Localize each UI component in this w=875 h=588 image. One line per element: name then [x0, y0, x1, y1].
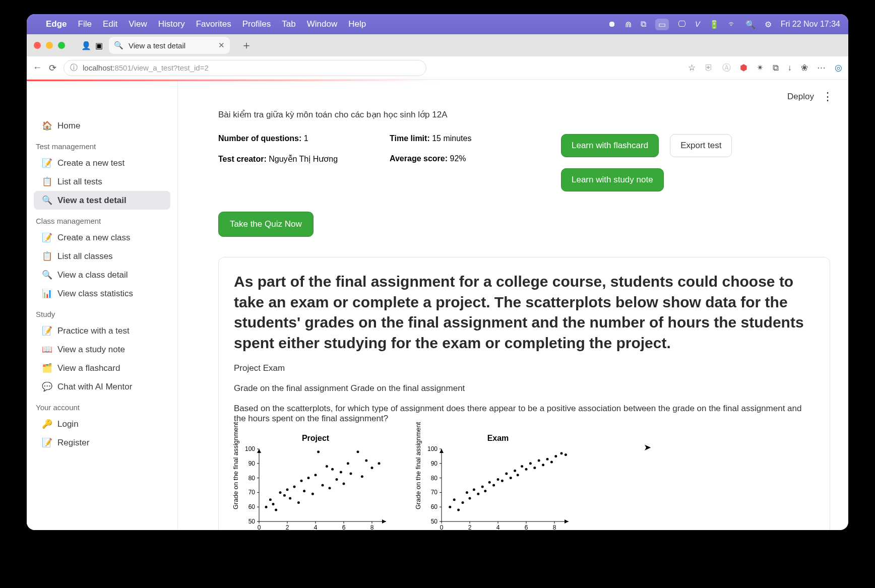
window-maximize-button[interactable] [58, 42, 65, 49]
svg-text:2: 2 [468, 524, 472, 530]
sidebar-item[interactable]: 📖View a study note [34, 340, 170, 359]
take-quiz-button[interactable]: Take the Quiz Now [218, 212, 314, 237]
svg-point-108 [554, 455, 557, 458]
battery-icon[interactable]: 🔋 [709, 20, 719, 29]
menu-help[interactable]: Help [348, 19, 366, 29]
menu-history[interactable]: History [158, 19, 185, 29]
svg-point-43 [326, 465, 328, 468]
svg-text:90: 90 [248, 460, 256, 467]
chart-ylabel: Grade on the final assignment [232, 419, 239, 509]
svg-text:70: 70 [248, 489, 256, 496]
sidebar-item-label: View class statistics [57, 289, 133, 299]
sidebar-item[interactable]: 🔍View a test detail [34, 191, 170, 210]
sidebar-item-icon: 📝 [42, 325, 52, 336]
shield-icon[interactable]: ⛨ [705, 63, 713, 73]
learn-flashcard-button[interactable]: Learn with flashcard [561, 134, 659, 157]
sidebar-item-icon: 📖 [42, 344, 52, 355]
svg-point-85 [462, 501, 464, 504]
workspaces-icon[interactable]: ▣ [95, 41, 103, 50]
browser-tab[interactable]: 🔍 View a test detail ✕ [109, 37, 230, 54]
deploy-button[interactable]: Deploy [787, 92, 814, 102]
sidebar-item[interactable]: 📝Practice with a test [34, 321, 170, 340]
svg-point-28 [272, 503, 275, 505]
svg-point-27 [269, 498, 272, 501]
menu-app-name[interactable]: Edge [46, 19, 67, 29]
menu-file[interactable]: File [78, 19, 92, 29]
record-icon[interactable]: ⏺ [608, 20, 616, 29]
spotlight-icon[interactable]: 🔍 [745, 20, 756, 29]
extensions-icon[interactable]: ✴︎ [757, 62, 764, 73]
split-screen-icon[interactable]: ⧉ [773, 63, 779, 73]
collections-icon[interactable]: ❀ [801, 62, 808, 73]
svg-point-44 [329, 487, 331, 489]
svg-point-31 [283, 494, 286, 497]
translate-icon[interactable]: Ⓐ [722, 62, 731, 74]
export-test-button[interactable]: Export test [670, 134, 732, 157]
window-close-button[interactable] [34, 42, 41, 49]
menu-window[interactable]: Window [307, 19, 337, 29]
svg-text:4: 4 [496, 524, 500, 530]
sidebar-item[interactable]: 📋List all classes [34, 247, 170, 266]
sidebar-home[interactable]: 🏠 Home [34, 116, 170, 135]
sidebar-item-label: Create a new test [57, 158, 124, 168]
copilot-icon[interactable]: ◎ [835, 62, 842, 73]
control-center-icon[interactable]: ⚙︎ [765, 20, 772, 29]
chart-title: Project [240, 434, 391, 443]
screen-share-icon[interactable]: ⧉ [641, 20, 646, 29]
scatter-chart: Exam506070809010002468Hours spent on fin… [422, 434, 574, 530]
svg-text:100: 100 [427, 445, 438, 452]
sidebar-item[interactable]: 🔑Login [34, 415, 170, 433]
site-info-icon[interactable]: ⓘ [70, 63, 78, 73]
refresh-button[interactable]: ⟳ [49, 62, 56, 74]
svg-point-53 [365, 460, 367, 462]
favorite-icon[interactable]: ☆ [688, 62, 696, 73]
svg-text:0: 0 [258, 524, 261, 530]
voice-icon[interactable]: 𝘝 [695, 20, 700, 29]
back-button[interactable]: ← [33, 62, 42, 73]
sidebar-item[interactable]: 📊View class statistics [34, 284, 170, 303]
stage-manager-icon[interactable]: ▭ [655, 19, 669, 30]
headphones-icon[interactable]: ⋒ [625, 20, 632, 29]
svg-point-107 [550, 461, 553, 463]
svg-point-32 [286, 488, 289, 491]
sidebar-item[interactable]: 📋List all tests [34, 172, 170, 191]
sidebar-item[interactable]: 📝Register [34, 433, 170, 452]
sidebar-item[interactable]: 💬Chat with AI Mentor [34, 377, 170, 396]
sidebar-item-icon: 📋 [42, 251, 52, 262]
sidebar-item[interactable]: 🗂️View a flashcard [34, 359, 170, 377]
question-card: As part of the final assignment for a co… [218, 257, 830, 530]
browser-address-bar: ← ⟳ ⓘ localhost:8501/view_a_test?test_id… [27, 56, 848, 80]
svg-point-33 [289, 497, 291, 499]
sidebar-item-icon: 📝 [42, 158, 52, 168]
app-menu-icon[interactable]: ⋮ [822, 90, 833, 103]
profile-avatar-icon[interactable]: 👤 [81, 41, 91, 50]
svg-point-54 [371, 467, 373, 469]
new-tab-button[interactable]: ＋ [236, 38, 257, 53]
svg-text:60: 60 [248, 503, 256, 510]
svg-point-94 [497, 478, 499, 481]
more-icon[interactable]: ⋯ [817, 62, 826, 73]
svg-point-35 [297, 501, 300, 504]
close-tab-icon[interactable]: ✕ [218, 41, 225, 50]
sidebar-item-icon: 🔑 [42, 419, 52, 429]
window-minimize-button[interactable] [46, 42, 53, 49]
url-field[interactable]: ⓘ localhost:8501/view_a_test?test_id=2 [64, 60, 426, 76]
svg-point-49 [347, 462, 349, 465]
adblock-icon[interactable]: ⬢ [740, 62, 747, 73]
display-icon[interactable]: 🖵 [678, 20, 686, 29]
menu-favorites[interactable]: Favorites [196, 19, 231, 29]
menu-edit[interactable]: Edit [103, 19, 117, 29]
sidebar-item-label: Create a new class [57, 233, 131, 243]
menu-view[interactable]: View [129, 19, 147, 29]
wifi-icon[interactable]: ᯤ [728, 20, 736, 29]
svg-marker-57 [440, 449, 444, 453]
downloads-icon[interactable]: ↓ [788, 63, 792, 73]
menu-profiles[interactable]: Profiles [242, 19, 271, 29]
sidebar-item[interactable]: 📝Create a new class [34, 228, 170, 247]
sidebar-item-label: View a test detail [57, 195, 127, 206]
menu-tab[interactable]: Tab [282, 19, 295, 29]
svg-point-95 [501, 480, 504, 482]
learn-studynote-button[interactable]: Learn with study note [561, 168, 664, 191]
sidebar-item[interactable]: 📝Create a new test [34, 154, 170, 172]
sidebar-item[interactable]: 🔍View a class detail [34, 266, 170, 284]
